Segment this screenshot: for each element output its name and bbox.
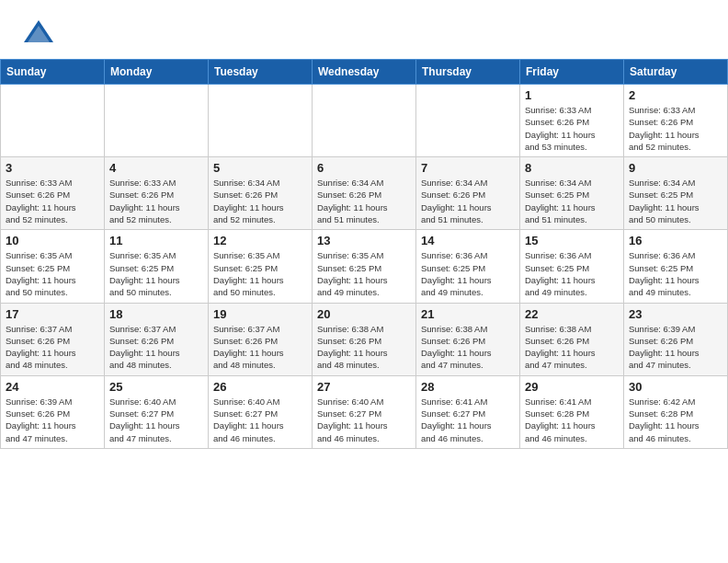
calendar-day-cell: 26Sunrise: 6:40 AM Sunset: 6:27 PM Dayli… — [209, 375, 313, 448]
weekday-header: Monday — [105, 60, 209, 85]
day-info: Sunrise: 6:38 AM Sunset: 6:26 PM Dayligh… — [317, 323, 411, 372]
day-number: 12 — [213, 234, 307, 247]
day-info: Sunrise: 6:34 AM Sunset: 6:25 PM Dayligh… — [525, 177, 619, 225]
calendar-day-cell: 2Sunrise: 6:33 AM Sunset: 6:26 PM Daylig… — [624, 85, 728, 157]
calendar-day-cell: 8Sunrise: 6:34 AM Sunset: 6:25 PM Daylig… — [520, 157, 624, 230]
day-number: 22 — [525, 307, 619, 321]
calendar-week-row: 3Sunrise: 6:33 AM Sunset: 6:26 PM Daylig… — [1, 157, 728, 230]
calendar-day-cell: 20Sunrise: 6:38 AM Sunset: 6:26 PM Dayli… — [313, 303, 416, 375]
day-number: 15 — [525, 234, 619, 247]
day-info: Sunrise: 6:38 AM Sunset: 6:26 PM Dayligh… — [421, 323, 515, 372]
day-info: Sunrise: 6:35 AM Sunset: 6:25 PM Dayligh… — [213, 249, 307, 298]
day-number: 2 — [629, 88, 722, 102]
day-info: Sunrise: 6:39 AM Sunset: 6:26 PM Dayligh… — [6, 396, 99, 444]
calendar-day-cell: 29Sunrise: 6:41 AM Sunset: 6:28 PM Dayli… — [520, 375, 624, 448]
day-number: 14 — [421, 234, 515, 247]
weekday-header: Sunday — [1, 60, 105, 85]
calendar-day-cell: 28Sunrise: 6:41 AM Sunset: 6:27 PM Dayli… — [416, 375, 520, 448]
day-number: 5 — [213, 161, 307, 175]
calendar-day-cell — [105, 85, 209, 157]
day-info: Sunrise: 6:35 AM Sunset: 6:25 PM Dayligh… — [6, 249, 99, 298]
day-info: Sunrise: 6:35 AM Sunset: 6:25 PM Dayligh… — [317, 249, 411, 298]
day-number: 24 — [6, 380, 99, 394]
day-number: 6 — [317, 161, 411, 175]
calendar-header: SundayMondayTuesdayWednesdayThursdayFrid… — [1, 60, 728, 85]
day-info: Sunrise: 6:42 AM Sunset: 6:28 PM Dayligh… — [629, 396, 722, 444]
day-number: 29 — [525, 380, 619, 394]
day-number: 13 — [317, 234, 411, 247]
day-number: 11 — [109, 234, 203, 247]
day-info: Sunrise: 6:41 AM Sunset: 6:28 PM Dayligh… — [525, 396, 619, 444]
day-info: Sunrise: 6:36 AM Sunset: 6:25 PM Dayligh… — [421, 249, 515, 298]
day-info: Sunrise: 6:37 AM Sunset: 6:26 PM Dayligh… — [213, 323, 307, 372]
calendar: SundayMondayTuesdayWednesdayThursdayFrid… — [0, 59, 728, 449]
calendar-week-row: 1Sunrise: 6:33 AM Sunset: 6:26 PM Daylig… — [1, 85, 728, 157]
calendar-week-row: 24Sunrise: 6:39 AM Sunset: 6:26 PM Dayli… — [1, 375, 728, 448]
calendar-week-row: 10Sunrise: 6:35 AM Sunset: 6:25 PM Dayli… — [1, 230, 728, 303]
day-info: Sunrise: 6:35 AM Sunset: 6:25 PM Dayligh… — [109, 249, 203, 298]
calendar-day-cell: 24Sunrise: 6:39 AM Sunset: 6:26 PM Dayli… — [1, 375, 105, 448]
day-info: Sunrise: 6:34 AM Sunset: 6:25 PM Dayligh… — [629, 177, 722, 225]
calendar-week-row: 17Sunrise: 6:37 AM Sunset: 6:26 PM Dayli… — [1, 303, 728, 375]
day-info: Sunrise: 6:34 AM Sunset: 6:26 PM Dayligh… — [317, 177, 411, 225]
day-info: Sunrise: 6:33 AM Sunset: 6:26 PM Dayligh… — [109, 177, 203, 225]
day-info: Sunrise: 6:37 AM Sunset: 6:26 PM Dayligh… — [6, 323, 99, 372]
calendar-day-cell: 15Sunrise: 6:36 AM Sunset: 6:25 PM Dayli… — [520, 230, 624, 303]
day-number: 25 — [109, 380, 203, 394]
day-number: 28 — [421, 380, 515, 394]
calendar-day-cell: 25Sunrise: 6:40 AM Sunset: 6:27 PM Dayli… — [105, 375, 209, 448]
calendar-day-cell: 11Sunrise: 6:35 AM Sunset: 6:25 PM Dayli… — [105, 230, 209, 303]
weekday-header: Friday — [520, 60, 624, 85]
day-number: 18 — [109, 307, 203, 321]
calendar-day-cell: 7Sunrise: 6:34 AM Sunset: 6:26 PM Daylig… — [416, 157, 520, 230]
calendar-day-cell: 30Sunrise: 6:42 AM Sunset: 6:28 PM Dayli… — [624, 375, 728, 448]
day-number: 16 — [629, 234, 722, 247]
calendar-day-cell: 3Sunrise: 6:33 AM Sunset: 6:26 PM Daylig… — [1, 157, 105, 230]
calendar-day-cell: 14Sunrise: 6:36 AM Sunset: 6:25 PM Dayli… — [416, 230, 520, 303]
page: SundayMondayTuesdayWednesdayThursdayFrid… — [0, 0, 728, 563]
day-number: 4 — [109, 161, 203, 175]
weekday-row: SundayMondayTuesdayWednesdayThursdayFrid… — [1, 60, 728, 85]
calendar-day-cell — [209, 85, 313, 157]
weekday-header: Thursday — [416, 60, 520, 85]
day-info: Sunrise: 6:40 AM Sunset: 6:27 PM Dayligh… — [109, 396, 203, 444]
day-info: Sunrise: 6:40 AM Sunset: 6:27 PM Dayligh… — [213, 396, 307, 444]
logo — [22, 17, 59, 50]
day-number: 9 — [629, 161, 722, 175]
day-number: 23 — [629, 307, 722, 321]
weekday-header: Tuesday — [209, 60, 313, 85]
day-info: Sunrise: 6:36 AM Sunset: 6:25 PM Dayligh… — [525, 249, 619, 298]
calendar-day-cell: 9Sunrise: 6:34 AM Sunset: 6:25 PM Daylig… — [624, 157, 728, 230]
day-number: 8 — [525, 161, 619, 175]
day-number: 19 — [213, 307, 307, 321]
day-number: 20 — [317, 307, 411, 321]
day-info: Sunrise: 6:36 AM Sunset: 6:25 PM Dayligh… — [629, 249, 722, 298]
calendar-day-cell: 19Sunrise: 6:37 AM Sunset: 6:26 PM Dayli… — [209, 303, 313, 375]
day-info: Sunrise: 6:40 AM Sunset: 6:27 PM Dayligh… — [317, 396, 411, 444]
day-info: Sunrise: 6:33 AM Sunset: 6:26 PM Dayligh… — [525, 104, 619, 153]
calendar-body: 1Sunrise: 6:33 AM Sunset: 6:26 PM Daylig… — [1, 85, 728, 449]
calendar-day-cell: 22Sunrise: 6:38 AM Sunset: 6:26 PM Dayli… — [520, 303, 624, 375]
weekday-header: Saturday — [624, 60, 728, 85]
calendar-day-cell: 13Sunrise: 6:35 AM Sunset: 6:25 PM Dayli… — [313, 230, 416, 303]
calendar-day-cell: 12Sunrise: 6:35 AM Sunset: 6:25 PM Dayli… — [209, 230, 313, 303]
day-info: Sunrise: 6:41 AM Sunset: 6:27 PM Dayligh… — [421, 396, 515, 444]
day-info: Sunrise: 6:38 AM Sunset: 6:26 PM Dayligh… — [525, 323, 619, 372]
calendar-day-cell: 6Sunrise: 6:34 AM Sunset: 6:26 PM Daylig… — [313, 157, 416, 230]
day-number: 10 — [6, 234, 99, 247]
calendar-day-cell: 1Sunrise: 6:33 AM Sunset: 6:26 PM Daylig… — [520, 85, 624, 157]
calendar-day-cell: 16Sunrise: 6:36 AM Sunset: 6:25 PM Dayli… — [624, 230, 728, 303]
day-info: Sunrise: 6:37 AM Sunset: 6:26 PM Dayligh… — [109, 323, 203, 372]
weekday-header: Wednesday — [313, 60, 416, 85]
calendar-day-cell: 21Sunrise: 6:38 AM Sunset: 6:26 PM Dayli… — [416, 303, 520, 375]
day-number: 3 — [6, 161, 99, 175]
calendar-day-cell — [313, 85, 416, 157]
day-number: 27 — [317, 380, 411, 394]
calendar-day-cell: 4Sunrise: 6:33 AM Sunset: 6:26 PM Daylig… — [105, 157, 209, 230]
calendar-day-cell — [416, 85, 520, 157]
day-number: 26 — [213, 380, 307, 394]
calendar-day-cell: 18Sunrise: 6:37 AM Sunset: 6:26 PM Dayli… — [105, 303, 209, 375]
day-info: Sunrise: 6:34 AM Sunset: 6:26 PM Dayligh… — [213, 177, 307, 225]
day-number: 1 — [525, 88, 619, 102]
day-info: Sunrise: 6:33 AM Sunset: 6:26 PM Dayligh… — [6, 177, 99, 225]
